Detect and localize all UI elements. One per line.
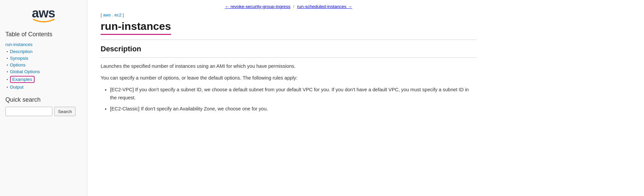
breadcrumb: ← revoke-security-group-ingress / run-sc…: [101, 0, 476, 9]
search-row: Search: [5, 107, 82, 116]
source-ref-dot: .: [112, 12, 113, 17]
toc-item-description: Description: [7, 49, 82, 54]
sidebar: aws Table of Contents run-instances Desc…: [0, 0, 87, 196]
title-divider: [101, 40, 476, 40]
toc-link-description[interactable]: Description: [10, 49, 33, 54]
description-para-2: You can specify a number of options, or …: [101, 74, 476, 82]
toc-examples-highlight: Examples: [10, 76, 35, 83]
toc-top-link[interactable]: run-instances: [5, 42, 82, 47]
toc-link-options[interactable]: Options: [10, 62, 26, 67]
toc-item-global-options: Global Options: [7, 69, 82, 74]
toc-item-output: Output: [7, 85, 82, 90]
search-button[interactable]: Search: [54, 107, 75, 116]
quick-search-title: Quick search: [5, 96, 82, 103]
toc-item-options: Options: [7, 62, 82, 67]
source-ref-ec2-link[interactable]: ec2: [114, 12, 121, 17]
toc-item-examples: Examples: [7, 76, 82, 83]
description-divider: [101, 57, 476, 58]
breadcrumb-prev-link[interactable]: ← revoke-security-group-ingress: [225, 4, 290, 9]
toc-item-synopsis: Synopsis: [7, 56, 82, 61]
aws-smile-icon: [32, 18, 55, 24]
open-bracket: [: [101, 12, 102, 17]
search-input[interactable]: [5, 107, 52, 116]
page-title: run-instances: [101, 20, 171, 35]
description-section: Description Launches the specified numbe…: [101, 45, 476, 113]
toc-title: Table of Contents: [5, 31, 82, 38]
toc-link-examples[interactable]: Examples: [12, 77, 32, 82]
close-bracket: ]: [123, 12, 124, 17]
description-para-1: Launches the specified number of instanc…: [101, 62, 476, 70]
source-ref: [ aws . ec2 ]: [101, 12, 476, 17]
breadcrumb-separator: /: [293, 4, 294, 9]
title-block: run-instances: [101, 20, 476, 37]
aws-logo: aws: [5, 7, 82, 24]
source-ref-aws-link[interactable]: aws: [103, 12, 111, 17]
toc-link-synopsis[interactable]: Synopsis: [10, 56, 29, 61]
aws-logo-text: aws: [32, 7, 55, 19]
bullet-item-2: [EC2-Classic] If don't specify an Availa…: [110, 105, 476, 113]
main-content: ← revoke-security-group-ingress / run-sc…: [87, 0, 490, 196]
toc-link-output[interactable]: Output: [10, 85, 24, 90]
content-area: [ aws . ec2 ] run-instances Description …: [101, 9, 476, 113]
description-heading: Description: [101, 45, 476, 53]
toc-link-global-options[interactable]: Global Options: [10, 69, 40, 74]
description-bullets: [EC2-VPC] If you don't specify a subnet …: [101, 86, 476, 113]
toc-section: Table of Contents run-instances Descript…: [5, 31, 82, 90]
toc-list: Description Synopsis Options Global Opti…: [5, 49, 82, 90]
quick-search-section: Quick search Search: [5, 96, 82, 116]
breadcrumb-next-link[interactable]: run-scheduled-instances →: [297, 4, 352, 9]
bullet-item-1: [EC2-VPC] If you don't specify a subnet …: [110, 86, 476, 101]
